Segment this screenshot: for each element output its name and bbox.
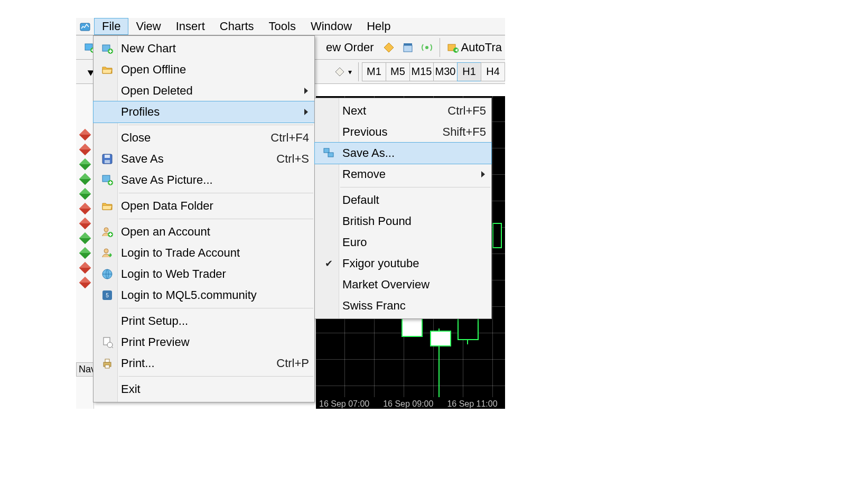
file-menu-item[interactable]: Open an Account	[94, 221, 314, 242]
toolbar-autotrade[interactable]: AutoTra	[443, 40, 505, 55]
profiles-menu-item[interactable]: Save As...	[315, 143, 491, 164]
chart-time-axis: 16 Sep 07:00 16 Sep 09:00 16 Sep 11:00	[316, 397, 505, 409]
price-down-icon	[79, 262, 91, 274]
file-menu-label: Save As Picture...	[118, 173, 309, 187]
price-down-icon	[79, 218, 91, 230]
navigator-tab[interactable]: Nav	[76, 362, 94, 377]
file-menu-label: Open Deleted	[118, 84, 304, 98]
svg-rect-30	[328, 153, 333, 157]
menu-insert-label: Insert	[176, 20, 205, 33]
menu-window[interactable]: Window	[303, 18, 359, 35]
file-menu-item[interactable]: Open Data Folder	[94, 195, 314, 217]
file-menu-item[interactable]: 5Login to MQL5.community	[94, 285, 314, 306]
toolbar-market-icon[interactable]	[398, 40, 417, 55]
svg-rect-14	[105, 155, 110, 158]
svg-point-8	[425, 46, 428, 49]
price-up-icon	[79, 188, 91, 200]
tf-m1[interactable]: M1	[362, 62, 386, 81]
menu-help[interactable]: Help	[359, 18, 398, 35]
file-menu-label: Print...	[118, 356, 271, 370]
file-menu-item[interactable]: Login to Trade Account	[94, 242, 314, 264]
user-login-icon	[97, 247, 118, 259]
profiles-menu-item[interactable]: Swiss Franc	[315, 295, 491, 316]
tf-m30-label: M30	[435, 65, 456, 78]
file-menu-label: Exit	[118, 382, 309, 396]
menu-insert[interactable]: Insert	[169, 18, 212, 35]
candle	[458, 318, 479, 340]
file-menu-item[interactable]: Profiles	[94, 101, 314, 123]
svg-rect-27	[105, 359, 109, 362]
menu-charts[interactable]: Charts	[212, 18, 262, 35]
tf-m5[interactable]: M5	[386, 62, 410, 81]
profiles-menu-item[interactable]: Market Overview	[315, 274, 491, 295]
toolbar-signal-icon[interactable]	[417, 40, 436, 55]
profiles-menu-item[interactable]: Remove	[315, 164, 491, 185]
file-menu-item[interactable]: Print...Ctrl+P	[94, 353, 314, 374]
menu-file[interactable]: File	[94, 18, 128, 35]
toolbar-diamond-icon[interactable]	[379, 40, 398, 55]
toolbar-diamond-dropdown[interactable]: ▾	[330, 64, 355, 79]
profile-save-icon	[318, 147, 339, 159]
tf-h4[interactable]: H4	[481, 62, 505, 81]
svg-point-18	[104, 228, 108, 232]
menu-tools[interactable]: Tools	[262, 18, 303, 35]
profiles-menu-label: Swiss Franc	[339, 299, 486, 313]
submenu-arrow-icon	[304, 88, 308, 94]
profiles-menu-item[interactable]: ✔Fxigor youtube	[315, 253, 491, 274]
file-menu-label: Login to Trade Account	[118, 246, 309, 260]
svg-rect-7	[404, 43, 412, 45]
menu-separator	[119, 308, 313, 308]
svg-rect-29	[324, 148, 329, 153]
tf-h1-label: H1	[462, 65, 476, 78]
navigator-tab-label: Nav	[79, 364, 94, 374]
price-down-icon	[79, 129, 91, 141]
profiles-menu-item[interactable]: Euro	[315, 232, 491, 253]
price-down-icon	[79, 277, 91, 289]
file-menu-item[interactable]: Login to Web Trader	[94, 264, 314, 285]
menu-accelerator: Shift+F5	[437, 125, 486, 139]
file-menu-label: Open Data Folder	[118, 199, 309, 213]
file-menu-label: Profiles	[118, 105, 304, 119]
save-icon	[97, 153, 118, 165]
tf-m30[interactable]: M30	[433, 62, 458, 81]
file-menu-item[interactable]: Save As Picture...	[94, 170, 314, 191]
price-down-icon	[79, 203, 91, 215]
profiles-menu-item[interactable]: PreviousShift+F5	[315, 121, 491, 143]
market-watch-column	[76, 84, 94, 409]
file-menu-item[interactable]: CloseCtrl+F4	[94, 127, 314, 148]
menu-view[interactable]: View	[128, 18, 168, 35]
profiles-menu-item[interactable]: Default	[315, 190, 491, 211]
profiles-menu-label: Fxigor youtube	[339, 257, 486, 270]
chart-time-label: 16 Sep 11:00	[447, 399, 497, 409]
file-menu-label: Open an Account	[118, 225, 309, 239]
price-down-icon	[79, 144, 91, 156]
profiles-menu-item[interactable]: NextCtrl+F5	[315, 100, 491, 121]
file-menu-item[interactable]: New Chart	[94, 38, 314, 59]
file-menu-item[interactable]: Open Offline	[94, 59, 314, 80]
tf-m15[interactable]: M15	[409, 62, 434, 81]
menu-tools-label: Tools	[269, 20, 296, 33]
tf-h4-label: H4	[486, 65, 500, 78]
folder-open-icon	[97, 63, 118, 76]
chart-time-label: 16 Sep 09:00	[383, 399, 433, 409]
svg-text:5: 5	[106, 293, 109, 298]
file-menu-item[interactable]: Open Deleted	[94, 80, 314, 101]
file-menu-item[interactable]: Print Setup...	[94, 311, 314, 332]
file-menu-label: Print Setup...	[118, 314, 309, 328]
tf-h1[interactable]: H1	[457, 62, 481, 81]
file-menu-item[interactable]: Exit	[94, 379, 314, 400]
app-window: File View Insert Charts Tools Window Hel…	[76, 18, 505, 409]
chart-plus-icon	[97, 42, 118, 55]
folder-open-icon	[97, 200, 118, 212]
price-up-icon	[79, 158, 91, 171]
menu-separator	[119, 193, 313, 193]
toolbar-order-fragment[interactable]: ew Order	[326, 41, 379, 54]
picture-icon	[97, 174, 118, 186]
file-menu-item[interactable]: Print Preview	[94, 332, 314, 353]
candle	[402, 318, 423, 337]
candle	[492, 223, 502, 248]
profiles-menu-label: Save As...	[339, 146, 486, 160]
file-menu-item[interactable]: Save AsCtrl+S	[94, 148, 314, 170]
profiles-menu-item[interactable]: British Pound	[315, 211, 491, 232]
price-up-icon	[79, 173, 91, 185]
